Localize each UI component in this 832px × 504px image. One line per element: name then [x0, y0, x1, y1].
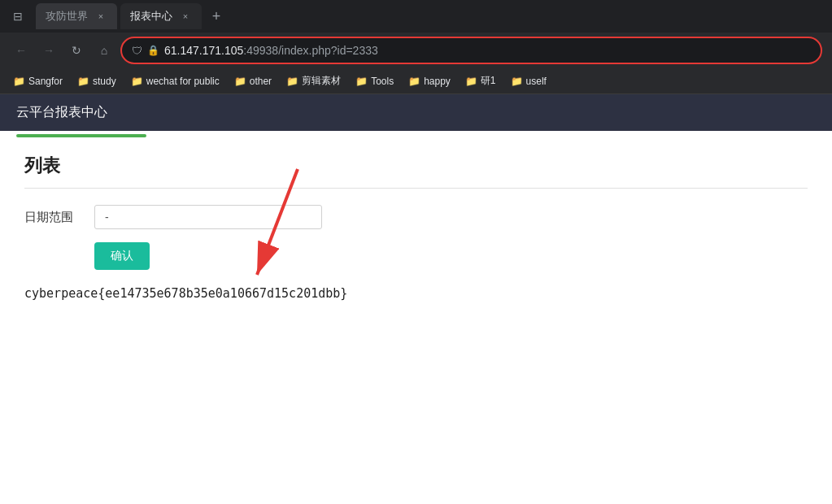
folder-icon-uself: 📁 [511, 76, 523, 87]
address-path: :49938/index.php?id=2333 [243, 44, 377, 57]
tab-1-close[interactable]: × [94, 10, 107, 23]
bookmarks-bar: 📁 Sangfor 📁 study 📁 wechat for public 📁 … [0, 68, 832, 94]
bookmark-tools-label: Tools [371, 76, 394, 87]
forward-button[interactable]: → [37, 39, 60, 62]
tab-1-label: 攻防世界 [46, 9, 88, 24]
bookmark-wechat[interactable]: 📁 wechat for public [124, 72, 226, 90]
refresh-button[interactable]: ↻ [65, 39, 88, 62]
home-button[interactable]: ⌂ [93, 39, 115, 62]
address-text: 61.147.171.105:49938/index.php?id=2333 [164, 44, 811, 57]
main-content: 列表 日期范围 确认 cyberpeace{ee14735e678b35e0a [0, 137, 832, 317]
back-button[interactable]: ← [10, 39, 33, 62]
security-icon: 🛡 [132, 45, 142, 57]
bookmark-happy-label: happy [424, 76, 451, 87]
flag-text: cyberpeace{ee14735e678b35e0a10667d15c201… [24, 286, 808, 301]
folder-icon-other: 📁 [234, 76, 246, 87]
section-title: 列表 [24, 154, 808, 189]
browser-chrome: ⊟ 攻防世界 × 报表中心 × + ← → ↻ ⌂ 🛡 🔒 61.147.171… [0, 0, 832, 94]
date-input[interactable] [94, 205, 322, 229]
date-form-row: 日期范围 [24, 205, 808, 229]
lock-icon: 🔒 [147, 45, 159, 56]
bookmark-study-label: study [93, 76, 116, 87]
nav-bar: ← → ↻ ⌂ 🛡 🔒 61.147.171.105:49938/index.p… [0, 33, 832, 68]
bookmark-wechat-label: wechat for public [146, 76, 220, 87]
browser-icon: ⊟ [7, 5, 29, 28]
tab-2-close[interactable]: × [179, 10, 192, 23]
bookmark-happy[interactable]: 📁 happy [402, 72, 457, 90]
folder-icon-jianji: 📁 [286, 76, 298, 87]
tab-2-label: 报表中心 [130, 9, 172, 24]
bookmark-sangfor[interactable]: 📁 Sangfor [7, 72, 69, 90]
tab-bar: ⊟ 攻防世界 × 报表中心 × + [0, 0, 832, 33]
folder-icon-sangfor: 📁 [13, 76, 25, 87]
address-ip: 61.147.171.105 [164, 44, 243, 57]
bookmark-study[interactable]: 📁 study [71, 72, 123, 90]
bookmark-yan1-label: 研1 [481, 74, 496, 88]
folder-icon-study: 📁 [77, 76, 89, 87]
bookmark-other-label: other [250, 76, 272, 87]
folder-icon-happy: 📁 [408, 76, 420, 87]
bookmark-uself[interactable]: 📁 uself [504, 72, 553, 90]
bookmark-yan1[interactable]: 📁 研1 [459, 71, 503, 91]
new-tab-button[interactable]: + [205, 5, 228, 28]
tab-2[interactable]: 报表中心 × [120, 3, 202, 29]
bookmark-uself-label: uself [526, 76, 547, 87]
tab-1[interactable]: 攻防世界 × [36, 3, 117, 29]
app-header-title: 云平台报表中心 [16, 105, 107, 119]
bookmark-other[interactable]: 📁 other [228, 72, 278, 90]
bookmark-jianji[interactable]: 📁 剪辑素材 [280, 71, 347, 91]
folder-icon-wechat: 📁 [131, 76, 143, 87]
page-content: 云平台报表中心 列表 日期范围 确认 [0, 94, 832, 504]
flag-area: cyberpeace{ee14735e678b35e0a10667d15c201… [24, 286, 808, 301]
progress-bar-area [0, 131, 832, 137]
confirm-button[interactable]: 确认 [94, 242, 150, 270]
folder-icon-tools: 📁 [355, 76, 368, 87]
confirm-area: 确认 [94, 242, 808, 270]
bookmark-sangfor-label: Sangfor [28, 76, 63, 87]
app-header: 云平台报表中心 [0, 94, 832, 131]
date-label: 日期范围 [24, 210, 81, 225]
folder-icon-yan1: 📁 [465, 76, 477, 87]
bookmark-tools[interactable]: 📁 Tools [349, 72, 400, 90]
address-bar[interactable]: 🛡 🔒 61.147.171.105:49938/index.php?id=23… [120, 37, 822, 64]
bookmark-jianji-label: 剪辑素材 [302, 74, 341, 88]
